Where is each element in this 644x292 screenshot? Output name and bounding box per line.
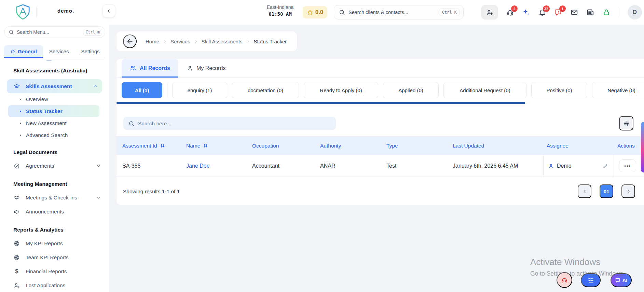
cell-name: Jane Doe <box>186 163 252 169</box>
support-badge: 2 <box>511 5 518 12</box>
support-fab[interactable] <box>557 272 572 288</box>
tab-label: My Records <box>196 65 225 71</box>
rating-badge[interactable]: 0.0 <box>303 6 327 18</box>
mail-button[interactable] <box>571 9 578 16</box>
menu-search-bar[interactable]: Ctrl m <box>4 26 105 38</box>
ai-assist-button[interactable] <box>522 9 530 16</box>
chevron-up-icon <box>93 84 97 88</box>
breadcrumb-services[interactable]: Services <box>170 39 190 44</box>
table-search-bar[interactable] <box>123 117 336 130</box>
sidebar-nav: Skill Assessments (Australia) Skills Ass… <box>0 63 109 292</box>
filter-pill-ready-to-apply[interactable]: Ready to Apply (0) <box>304 82 378 98</box>
column-header-assessment-id[interactable]: Assessment Id <box>122 143 186 149</box>
sidebar-item-announcements[interactable]: Announcements <box>0 205 109 219</box>
filter-pill-negative[interactable]: Negative (0) <box>592 82 644 98</box>
next-page-button[interactable] <box>621 184 635 198</box>
sidebar-collapse-button[interactable] <box>102 4 115 17</box>
sort-icon[interactable] <box>203 143 208 148</box>
watermark-line1: Activate Windows <box>530 257 623 267</box>
sidebar-subitem-new-assessment[interactable]: New Assessment <box>0 117 109 129</box>
filter-pill-all[interactable]: All (1) <box>122 82 162 98</box>
tab-settings[interactable]: Settings <box>75 45 106 58</box>
messages-button[interactable]: 1 <box>554 9 562 16</box>
chevron-down-icon <box>96 164 101 168</box>
ai-chat-fab[interactable]: AI <box>611 273 632 287</box>
column-label: Assignee <box>547 143 568 149</box>
global-search-bar[interactable]: Ctrl K <box>334 5 464 19</box>
record-name-link[interactable]: Jane Doe <box>186 163 210 169</box>
tasks-fab[interactable] <box>581 273 601 287</box>
arrow-left-icon <box>126 38 133 45</box>
app-logo[interactable] <box>15 4 31 22</box>
timezone-label: East-Indiana <box>263 4 297 10</box>
column-header-name[interactable]: Name <box>186 143 252 149</box>
sidebar-item-label: Team KPI Reports <box>26 254 69 261</box>
chevron-right-icon <box>163 40 167 43</box>
target-icon <box>14 254 20 261</box>
tab-my-records[interactable]: My Records <box>178 59 234 78</box>
pills-scrollbar-thumb[interactable] <box>117 102 525 104</box>
edit-assignee-icon[interactable] <box>603 163 608 169</box>
filter-pill-positive[interactable]: Positive (0) <box>531 82 587 98</box>
handshake-icon <box>14 195 20 201</box>
tab-services[interactable]: Services <box>43 45 75 58</box>
sidebar-subitem-advanced-search[interactable]: Advanced Search <box>0 129 109 141</box>
sidebar-item-agreements[interactable]: Agreements <box>0 159 109 173</box>
bullet-icon <box>20 111 21 112</box>
cell-last-updated: January 6th, 2026 6:45 AM <box>453 163 543 169</box>
global-search-input[interactable] <box>348 10 439 15</box>
home-icon <box>10 49 15 54</box>
support-button[interactable]: 2 <box>506 9 514 16</box>
news-button[interactable] <box>587 9 594 16</box>
clock-time: 01:50 AM <box>263 11 297 17</box>
notifications-button[interactable]: 32 <box>538 9 546 16</box>
table-toolbar <box>117 117 644 130</box>
filter-pill-docmetation[interactable]: docmetation (0) <box>232 82 299 98</box>
tab-all-records[interactable]: All Records <box>122 59 178 78</box>
sidebar-subitem-status-tracker[interactable]: Status Tracker <box>8 105 99 117</box>
records-tabs: All Records My Records <box>117 59 644 78</box>
sidebar-item-skills-assessment[interactable]: Skills Assessment <box>7 79 102 93</box>
quick-actions-edge-tab[interactable] <box>641 122 644 172</box>
add-contact-button[interactable] <box>481 5 498 19</box>
table-search-input[interactable] <box>138 121 336 127</box>
graduation-cap-icon <box>14 83 20 89</box>
bullet-icon <box>20 99 21 100</box>
sidebar-item-team-kpi-reports[interactable]: Team KPI Reports <box>0 250 109 264</box>
column-settings-button[interactable] <box>619 116 633 130</box>
column-label: Type <box>386 143 398 149</box>
filter-pill-enquiry[interactable]: enquiry (1) <box>172 82 227 98</box>
prev-page-button[interactable] <box>578 184 591 198</box>
sidebar-item-lost-applications[interactable]: Lost Applications <box>0 278 109 292</box>
chevron-left-icon <box>106 9 111 14</box>
lock-button[interactable] <box>603 9 610 16</box>
sidebar-item-my-kpi-reports[interactable]: My KPI Reports <box>0 236 109 250</box>
sidebar-subitem-overview[interactable]: Overview <box>0 93 109 105</box>
sidebar-item-label: Financial Reports <box>26 268 67 275</box>
chevron-right-icon <box>246 40 250 43</box>
back-button[interactable] <box>123 34 137 48</box>
column-label: Authority <box>320 143 341 149</box>
megaphone-icon <box>14 209 20 215</box>
sidebar-item-meetings-checkins[interactable]: Meetings & Check-ins <box>0 191 109 205</box>
user-icon <box>187 65 193 71</box>
breadcrumb-home[interactable]: Home <box>146 39 159 44</box>
user-avatar[interactable]: D <box>628 5 642 19</box>
tab-general[interactable]: General <box>4 45 43 58</box>
timezone-block: East-Indiana 01:50 AM <box>263 4 297 17</box>
page-number-button[interactable]: 01 <box>600 184 613 198</box>
column-header-authority: Authority <box>320 143 386 149</box>
header-divider <box>619 6 619 18</box>
menu-search-input[interactable] <box>17 29 83 35</box>
row-actions-button[interactable]: ••• <box>619 159 636 172</box>
main-content: Home Services Skill Assessments Status T… <box>109 25 644 292</box>
filter-pill-additional-request[interactable]: Additional Request (0) <box>443 82 526 98</box>
breadcrumb-skill-assessments[interactable]: Skill Assessments <box>202 39 243 44</box>
sort-icon[interactable] <box>160 143 165 148</box>
filter-pill-applied[interactable]: Applied (0) <box>383 82 439 98</box>
sidebar-item-financial-reports[interactable]: $ Financial Reports <box>0 264 109 278</box>
user-plus-icon <box>486 9 493 16</box>
checklist-icon <box>588 277 594 283</box>
results-count: Showing results 1-1 of 1 <box>123 189 180 195</box>
tabs-scrollbar-thumb[interactable] <box>46 60 52 61</box>
